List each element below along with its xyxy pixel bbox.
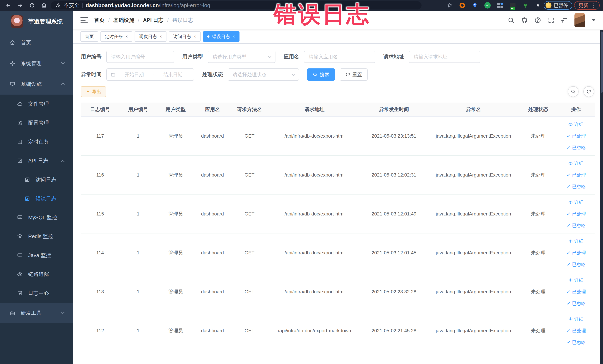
tab-首页[interactable]: 首页 [81,31,98,42]
page-scrollbar[interactable] [600,30,603,364]
search-button[interactable]: 搜索 [307,69,335,81]
profile-chip-label: 已暂停 [554,2,568,9]
url-text[interactable]: dashboard.yudao.iocoder.cn/infra/log/api… [86,2,210,9]
action-已忽略[interactable]: 已忽略 [566,223,586,229]
edit-icon [17,120,23,126]
font-size-icon[interactable] [561,17,568,23]
home-icon[interactable] [39,1,49,10]
sidebar-item-研发工具[interactable]: 研发工具 [0,303,73,323]
user-avatar[interactable] [574,13,585,27]
reload-icon[interactable] [27,1,37,10]
cloud-icon [17,101,23,107]
action-已忽略[interactable]: 已忽略 [566,339,586,345]
scrollbar-thumb[interactable] [601,32,603,93]
cell-status: 未处理 [519,211,557,217]
eye-icon [17,271,23,277]
close-tab-icon[interactable]: × [125,34,128,39]
action-已忽略[interactable]: 已忽略 [566,261,586,268]
location-extension-icon[interactable] [471,1,479,9]
sidebar-item-Redis-监控[interactable]: Redis 监控 [0,227,73,246]
breadcrumb-item[interactable]: API 日志 [143,17,163,24]
process-status-select[interactable] [228,69,299,81]
tab-定时任务[interactable]: 定时任务× [101,31,132,42]
check-icon [566,329,570,333]
action-已处理[interactable]: 已处理 [566,172,586,178]
sidebar-item-首页[interactable]: 首页 [0,32,73,53]
user-id-input[interactable] [106,51,174,63]
browser-menu-icon[interactable]: ⋮ [591,2,596,9]
action-详细[interactable]: 详细 [568,199,583,205]
puzzle-extension-icon[interactable] [534,1,542,9]
not-secure-warning-icon[interactable] [56,3,61,8]
collapse-sidebar-icon[interactable] [81,17,88,23]
app-logo-row[interactable]: 芋道管理系统 [0,11,73,32]
fullscreen-icon[interactable] [548,17,555,23]
date-range-picker[interactable]: 开始日期 - 结束日期 [106,69,194,81]
action-已处理[interactable]: 已处理 [566,289,586,295]
cell-user_id: 1 [119,328,157,334]
action-详细[interactable]: 详细 [568,121,583,127]
export-button[interactable]: 导出 [81,86,106,97]
toggle-search-button[interactable] [568,86,579,97]
grid-extension-icon[interactable] [496,1,504,9]
back-icon[interactable] [3,1,13,10]
action-已处理[interactable]: 已处理 [566,328,586,334]
breadcrumb-item[interactable]: 首页 [94,17,104,24]
browser-update-button[interactable]: 更新 ⋮ [574,1,600,10]
search-icon[interactable] [508,17,514,23]
action-已忽略[interactable]: 已忽略 [566,300,586,306]
action-已忽略[interactable]: 已忽略 [566,145,586,151]
sidebar-item-label: MySQL 监控 [28,214,57,221]
sidebar-item-错误日志[interactable]: 错误日志 [0,189,73,208]
adblock-extension-icon[interactable] [458,1,466,9]
close-tab-icon[interactable]: × [194,34,196,39]
chevron-up-icon [61,82,65,86]
action-详细[interactable]: 详细 [568,277,583,283]
sprout-extension-icon[interactable] [522,1,529,9]
action-详细[interactable]: 详细 [568,316,583,322]
sidebar-item-MySQL-监控[interactable]: MySQL 监控 [0,208,73,227]
sidebar-item-API-日志[interactable]: API 日志 [0,151,73,170]
action-已处理[interactable]: 已处理 [566,133,586,139]
action-已处理[interactable]: 已处理 [566,211,586,217]
action-label: 已忽略 [572,145,586,151]
forward-icon[interactable] [15,1,25,10]
sidebar-item-访问日志[interactable]: 访问日志 [0,170,73,189]
action-详细[interactable]: 详细 [568,160,583,166]
sidebar-item-系统管理[interactable]: 系统管理 [0,53,73,74]
sidebar-item-配置管理[interactable]: 配置管理 [0,114,73,132]
cell-time: 2021-05-03 12:01:49 [360,211,428,217]
bookmark-star-icon[interactable] [446,1,453,9]
sidebar-item-Java-监控[interactable]: Java 监控 [0,246,73,265]
action-已忽略[interactable]: 已忽略 [566,184,586,190]
browser-profile-chip[interactable]: 已暂停 [544,1,572,10]
sidebar-item-日志中心[interactable]: 日志中心 [0,284,73,303]
close-tab-icon[interactable]: × [232,34,235,39]
green-check-extension-icon[interactable]: ✓ [484,1,491,9]
action-已处理[interactable]: 已处理 [566,250,586,256]
avatar-caret-icon[interactable] [592,19,596,21]
proxy-extension-icon[interactable]: on [509,1,517,9]
close-tab-icon[interactable]: × [159,34,162,39]
action-详细[interactable]: 详细 [568,238,583,244]
github-icon[interactable] [521,17,528,23]
sidebar-item-链路追踪[interactable]: 链路追踪 [0,265,73,284]
app-name-input[interactable] [304,51,375,63]
request-url-input[interactable] [409,51,480,63]
chart-icon [17,214,23,221]
not-secure-label[interactable]: 不安全 [64,2,79,9]
help-icon[interactable] [534,17,541,23]
sidebar-item-文件管理[interactable]: 文件管理 [0,94,73,114]
column-header: 异常名 [428,106,520,113]
tab-访问日志[interactable]: 访问日志× [169,31,201,42]
user-type-select[interactable] [208,51,276,63]
tab-调度日志[interactable]: 调度日志× [135,31,166,42]
reset-button[interactable]: 重置 [340,69,368,81]
refresh-table-button[interactable] [583,86,594,97]
eye-icon [568,278,573,282]
profile-emoji-icon [545,2,551,8]
tab-错误日志[interactable]: 错误日志× [203,31,240,42]
sidebar-item-定时任务[interactable]: 定时任务 [0,132,73,151]
breadcrumb-item[interactable]: 基础设施 [114,17,134,24]
sidebar-item-基础设施[interactable]: 基础设施 [0,74,73,94]
